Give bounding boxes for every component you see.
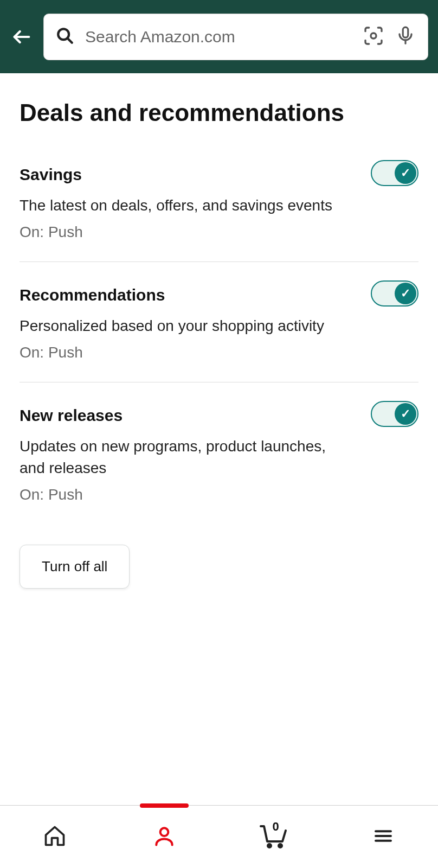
camera-scan-icon[interactable] (363, 25, 384, 49)
hamburger-icon (372, 825, 395, 850)
nav-active-indicator (140, 803, 189, 808)
settings-list: Savings The latest on deals, offers, and… (0, 142, 438, 589)
nav-menu[interactable] (328, 806, 438, 868)
checkmark-icon: ✓ (401, 407, 410, 421)
setting-description: The latest on deals, offers, and savings… (20, 195, 355, 216)
user-icon (152, 824, 176, 850)
toggle-knob: ✓ (395, 283, 416, 304)
toggle-new-releases[interactable]: ✓ (371, 401, 418, 427)
bottom-nav: 0 (0, 805, 438, 868)
svg-rect-4 (403, 27, 408, 37)
svg-point-7 (268, 844, 271, 847)
setting-recommendations: Recommendations Personalized based on yo… (20, 262, 418, 382)
svg-point-8 (279, 844, 282, 847)
svg-line-2 (67, 38, 72, 43)
setting-title: New releases (20, 406, 355, 425)
nav-home[interactable] (0, 806, 110, 868)
setting-title: Savings (20, 165, 355, 184)
search-icon (56, 27, 74, 47)
search-bar[interactable] (43, 14, 428, 60)
toggle-knob: ✓ (395, 162, 416, 184)
setting-new-releases: New releases Updates on new programs, pr… (20, 382, 418, 524)
nav-account[interactable] (110, 806, 219, 868)
toggle-recommendations[interactable]: ✓ (371, 280, 418, 307)
cart-icon: 0 (259, 822, 289, 852)
toggle-savings[interactable]: ✓ (371, 160, 418, 186)
toggle-knob: ✓ (395, 403, 416, 425)
checkmark-icon: ✓ (401, 166, 410, 180)
nav-cart[interactable]: 0 (219, 806, 328, 868)
home-icon (43, 824, 67, 850)
microphone-icon[interactable] (395, 25, 416, 48)
turn-off-all-button[interactable]: Turn off all (20, 545, 130, 589)
cart-count: 0 (273, 820, 279, 834)
setting-savings: Savings The latest on deals, offers, and… (20, 142, 418, 262)
setting-title: Recommendations (20, 286, 355, 304)
setting-status: On: Push (20, 224, 355, 241)
svg-point-6 (160, 828, 169, 836)
setting-description: Personalized based on your shopping acti… (20, 315, 355, 336)
svg-point-3 (371, 33, 376, 39)
setting-description: Updates on new programs, product launche… (20, 436, 355, 478)
arrow-left-icon (11, 26, 33, 48)
search-input[interactable] (85, 28, 352, 46)
setting-status: On: Push (20, 344, 355, 361)
page-title: Deals and recommendations (0, 73, 438, 142)
checkmark-icon: ✓ (401, 286, 410, 301)
setting-status: On: Push (20, 486, 355, 503)
app-header (0, 0, 438, 73)
back-button[interactable] (10, 25, 34, 49)
